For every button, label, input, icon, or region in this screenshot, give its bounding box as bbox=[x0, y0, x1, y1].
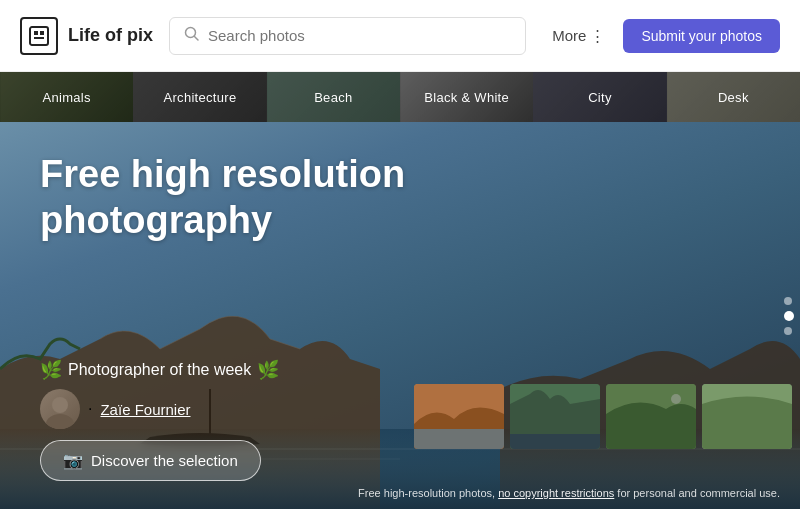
scroll-dot-1 bbox=[784, 297, 792, 305]
thumbnail-2[interactable] bbox=[510, 384, 600, 449]
camera-icon: 📷 bbox=[63, 451, 83, 470]
svg-point-12 bbox=[46, 414, 74, 429]
scroll-indicators bbox=[784, 297, 794, 335]
scroll-dot-3 bbox=[784, 327, 792, 335]
svg-rect-1 bbox=[34, 31, 38, 35]
thumbnail-1[interactable] bbox=[414, 384, 504, 449]
avatar bbox=[40, 389, 80, 429]
photographer-section: 🌿 Photographer of the week 🌿 · Zaïe Four… bbox=[40, 359, 279, 429]
category-item-animals[interactable]: Animals bbox=[0, 72, 133, 122]
svg-rect-14 bbox=[414, 429, 504, 449]
scroll-dot-2 bbox=[784, 311, 794, 321]
footer-text: Free high-resolution photos, bbox=[358, 487, 495, 499]
logo-link[interactable]: Life of pix bbox=[20, 17, 153, 55]
category-item-architecture[interactable]: Architecture bbox=[133, 72, 266, 122]
svg-point-11 bbox=[52, 397, 68, 413]
logo-icon bbox=[20, 17, 58, 55]
svg-line-5 bbox=[195, 36, 199, 40]
svg-rect-0 bbox=[30, 27, 48, 45]
category-item-black-white[interactable]: Black & White bbox=[400, 72, 533, 122]
more-button[interactable]: More ⋮ bbox=[542, 21, 615, 51]
hero-content: Free high resolution photography bbox=[40, 152, 460, 243]
leaf-right-icon: 🌿 bbox=[257, 359, 279, 381]
search-icon bbox=[184, 26, 200, 46]
thumbnail-4[interactable] bbox=[702, 384, 792, 449]
photographer-name-link[interactable]: Zaïe Fournier bbox=[100, 401, 190, 418]
category-item-desk[interactable]: Desk bbox=[667, 72, 800, 122]
svg-point-18 bbox=[671, 394, 681, 404]
footer-suffix: for personal and commercial use. bbox=[617, 487, 780, 499]
hero-section: Free high resolution photography 🌿 Photo… bbox=[0, 122, 800, 509]
svg-rect-2 bbox=[40, 31, 44, 35]
footer-link[interactable]: no copyright restrictions bbox=[498, 487, 614, 499]
discover-button[interactable]: 📷 Discover the selection bbox=[40, 440, 261, 481]
leaf-left-icon: 🌿 bbox=[40, 359, 62, 381]
search-input[interactable] bbox=[208, 27, 511, 44]
submit-button[interactable]: Submit your photos bbox=[623, 19, 780, 53]
thumbnail-3[interactable] bbox=[606, 384, 696, 449]
photographer-row: · Zaïe Fournier bbox=[40, 389, 279, 429]
hero-footer: Free high-resolution photos, no copyrigh… bbox=[358, 487, 780, 499]
more-dots-icon: ⋮ bbox=[590, 27, 605, 45]
photographer-of-week-row: 🌿 Photographer of the week 🌿 bbox=[40, 359, 279, 381]
category-item-beach[interactable]: Beach bbox=[267, 72, 400, 122]
search-bar bbox=[169, 17, 526, 55]
header-right: More ⋮ Submit your photos bbox=[542, 19, 780, 53]
category-item-city[interactable]: City bbox=[533, 72, 666, 122]
logo-text: Life of pix bbox=[68, 25, 153, 46]
thumbnail-strip bbox=[414, 384, 800, 449]
svg-rect-3 bbox=[34, 37, 44, 39]
svg-rect-16 bbox=[510, 434, 600, 449]
header: Life of pix More ⋮ Submit your photos bbox=[0, 0, 800, 72]
hero-title: Free high resolution photography bbox=[40, 152, 460, 243]
category-bar: Animals Architecture Beach Black & White… bbox=[0, 72, 800, 122]
potw-label: Photographer of the week bbox=[68, 361, 251, 379]
